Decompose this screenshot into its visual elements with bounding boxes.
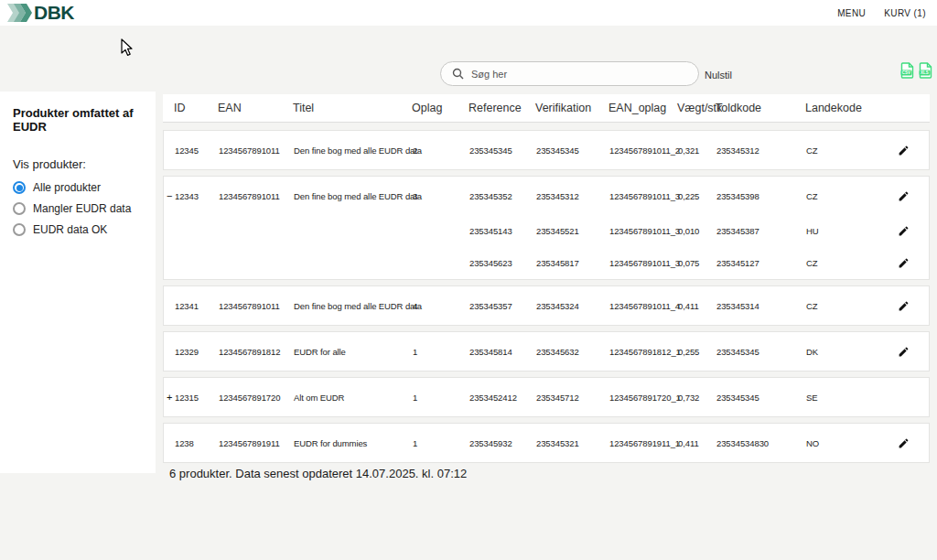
export-xls-button[interactable]: XLS bbox=[919, 62, 933, 79]
cell-landekode: DK bbox=[806, 347, 893, 357]
cell-ean: 1234567891720 bbox=[219, 393, 294, 403]
cell-ean-oplag: 1234567891812_1 bbox=[609, 347, 678, 357]
cell-reference: 235345345 bbox=[469, 145, 536, 156]
radio-unselected-icon[interactable] bbox=[13, 223, 26, 236]
column-header-toldkode: Toldkode bbox=[716, 102, 805, 114]
table-body: 123451234567891011Den fine bog med alle … bbox=[163, 130, 930, 463]
cell-landekode: CZ bbox=[806, 258, 893, 268]
cell-id: −12343 bbox=[175, 190, 219, 201]
table-row: 123451234567891011Den fine bog med alle … bbox=[163, 130, 930, 170]
search-icon bbox=[452, 68, 464, 80]
cell-edit bbox=[893, 253, 929, 274]
cell-reference: 235345143 bbox=[469, 226, 536, 236]
sidebar-title: Produkter omfattet af EUDR bbox=[13, 106, 143, 134]
cell-edit bbox=[893, 433, 929, 453]
radio-option-eudr-data-ok[interactable]: EUDR data OK bbox=[13, 223, 143, 236]
column-header-ean: EAN bbox=[218, 102, 293, 114]
cell-edit bbox=[893, 341, 929, 361]
edit-row-button[interactable] bbox=[893, 433, 913, 453]
radio-option-label: Alle produkter bbox=[33, 181, 101, 194]
cell-landekode: CZ bbox=[806, 191, 893, 201]
edit-row-button[interactable] bbox=[893, 341, 913, 361]
cell-ean: 1234567891011 bbox=[219, 191, 294, 201]
cell-reference: 235345352 bbox=[469, 191, 536, 201]
filter-radio-group: Alle produkterMangler EUDR dataEUDR data… bbox=[13, 181, 143, 236]
table-row: 123291234567891812EUDR for alle123534581… bbox=[163, 331, 930, 372]
table-summary: 6 produkter. Data senest opdateret 14.07… bbox=[169, 467, 467, 480]
edit-row-button[interactable] bbox=[893, 140, 913, 160]
cell-ean-oplag: 1234567891911_1 bbox=[609, 438, 678, 448]
table-row-line: 12381234567891911EUDR for dummies1235345… bbox=[164, 424, 929, 462]
column-header-titel: Titel bbox=[293, 102, 412, 114]
table-row-line: 123411234567891011Den fine bog med alle … bbox=[164, 286, 929, 325]
cell-titel: Den fine bog med alle EUDR data bbox=[294, 191, 413, 201]
cell-vaegt-stk: 0,225 bbox=[678, 191, 716, 201]
cell-landekode: CZ bbox=[806, 301, 893, 311]
cart-link[interactable]: KURV (1) bbox=[884, 8, 926, 18]
cell-oplag: 1 bbox=[413, 393, 469, 403]
cell-verifikation: 235345521 bbox=[536, 226, 609, 236]
cell-landekode: HU bbox=[806, 226, 893, 236]
expand-toggle[interactable]: + bbox=[167, 392, 175, 403]
cell-edit bbox=[893, 221, 929, 242]
column-header-oplag: Oplag bbox=[412, 102, 468, 114]
reset-search-button[interactable]: Nulstil bbox=[705, 70, 732, 81]
cell-landekode: SE bbox=[806, 393, 893, 403]
cell-toldkode: 235345345 bbox=[716, 393, 806, 403]
column-header-verifikation: Verifikation bbox=[535, 102, 609, 114]
cell-id: +12315 bbox=[175, 392, 219, 403]
cell-verifikation: 235345632 bbox=[536, 347, 609, 357]
table-row-line: −123431234567891011Den fine bog med alle… bbox=[164, 177, 929, 215]
cell-reference: 235345932 bbox=[469, 438, 536, 448]
export-buttons: CSV XLS bbox=[900, 62, 933, 79]
column-header-reference: Reference bbox=[468, 102, 535, 114]
cell-toldkode: 235345398 bbox=[716, 191, 806, 201]
cell-toldkode: 23534534830 bbox=[716, 438, 806, 448]
cell-ean: 1234567891812 bbox=[219, 347, 294, 357]
cell-landekode: CZ bbox=[806, 145, 893, 156]
cell-verifikation: 235345345 bbox=[536, 145, 609, 156]
cell-vaegt-stk: 0,411 bbox=[678, 301, 716, 311]
radio-unselected-icon[interactable] bbox=[13, 202, 26, 215]
pencil-icon bbox=[898, 438, 910, 452]
cell-ean: 1234567891011 bbox=[219, 301, 294, 311]
edit-row-button[interactable] bbox=[893, 186, 913, 206]
top-bar: DBK MENU KURV (1) bbox=[0, 0, 937, 26]
collapse-toggle[interactable]: − bbox=[167, 190, 175, 201]
radio-option-alle-produkter[interactable]: Alle produkter bbox=[13, 181, 143, 194]
export-csv-button[interactable]: CSV bbox=[900, 62, 915, 79]
cell-edit bbox=[893, 186, 929, 206]
search-box[interactable] bbox=[440, 61, 699, 86]
edit-row-button[interactable] bbox=[893, 253, 913, 274]
edit-row-button[interactable] bbox=[893, 296, 913, 316]
radio-option-mangler-eudr-data[interactable]: Mangler EUDR data bbox=[13, 202, 143, 215]
cell-id: 12345 bbox=[175, 145, 219, 156]
cell-ean-oplag: 1234567891011_3 bbox=[609, 258, 678, 268]
cell-toldkode: 235345314 bbox=[716, 301, 806, 311]
cell-id: 12329 bbox=[175, 347, 219, 357]
cell-oplag: 4 bbox=[413, 301, 469, 311]
cell-verifikation: 235345817 bbox=[536, 258, 609, 268]
table-row: +123151234567891720Alt om EUDR1235345241… bbox=[163, 377, 930, 417]
product-table: IDEANTitelOplagReferenceVerifikationEAN_… bbox=[163, 94, 930, 468]
dbk-logo[interactable]: DBK bbox=[7, 2, 74, 24]
cell-titel: Den fine bog med alle EUDR data bbox=[294, 301, 413, 311]
cell-vaegt-stk: 0,010 bbox=[678, 226, 716, 236]
cell-oplag: 1 bbox=[413, 438, 469, 448]
edit-row-button[interactable] bbox=[893, 221, 913, 242]
cell-titel: EUDR for alle bbox=[294, 347, 413, 357]
cell-ean: 1234567891911 bbox=[219, 438, 294, 448]
sidebar: Produkter omfattet af EUDR Vis produkter… bbox=[0, 92, 156, 473]
cell-ean-oplag: 1234567891011_2 bbox=[609, 145, 678, 156]
table-row: −123431234567891011Den fine bog med alle… bbox=[163, 176, 930, 280]
search-input[interactable] bbox=[471, 69, 687, 80]
radio-selected-icon[interactable] bbox=[13, 181, 26, 194]
mouse-cursor-icon bbox=[120, 38, 133, 60]
column-header-ean-oplag: EAN_oplag bbox=[609, 102, 677, 114]
menu-link[interactable]: MENU bbox=[837, 8, 866, 18]
cell-oplag: 2 bbox=[413, 145, 469, 156]
cell-verifikation: 235345321 bbox=[536, 438, 609, 448]
table-row-line: 123451234567891011Den fine bog med alle … bbox=[164, 131, 929, 169]
cell-edit bbox=[893, 140, 929, 160]
filter-label: Vis produkter: bbox=[13, 157, 143, 171]
